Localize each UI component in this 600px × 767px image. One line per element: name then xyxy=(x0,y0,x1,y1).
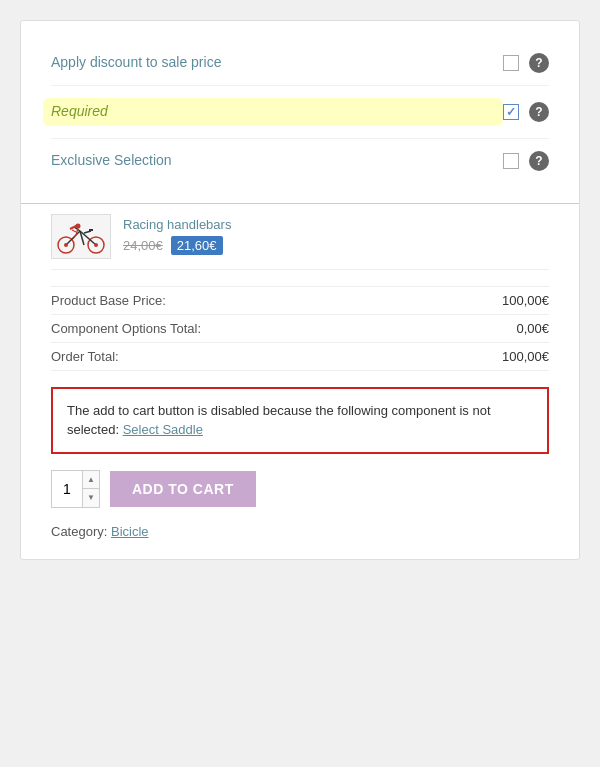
base-price-value: 100,00€ xyxy=(469,293,549,308)
warning-box: The add to cart button is disabled becau… xyxy=(51,387,549,454)
price-table: Product Base Price: 100,00€ Component Op… xyxy=(51,286,549,371)
components-value: 0,00€ xyxy=(469,321,549,336)
admin-row-required: Required ? xyxy=(51,86,549,139)
price-row-total: Order Total: 100,00€ xyxy=(51,342,549,371)
discount-label: Apply discount to sale price xyxy=(51,53,503,73)
product-section: Racing handlebars 24,00€ 21,60€ Product … xyxy=(21,204,579,559)
page-container: Apply discount to sale price ? Required … xyxy=(20,20,580,560)
quantity-arrows: ▲ ▼ xyxy=(82,471,99,507)
discount-help-icon[interactable]: ? xyxy=(529,53,549,73)
product-image xyxy=(56,217,106,255)
add-to-cart-button[interactable]: ADD TO CART xyxy=(110,471,256,507)
admin-row-discount: Apply discount to sale price ? xyxy=(51,41,549,86)
admin-section: Apply discount to sale price ? Required … xyxy=(21,21,579,204)
admin-row-exclusive: Exclusive Selection ? xyxy=(51,139,549,183)
category-link[interactable]: Bicicle xyxy=(111,524,149,539)
svg-point-10 xyxy=(64,243,68,247)
required-help-icon[interactable]: ? xyxy=(529,102,549,122)
exclusive-label: Exclusive Selection xyxy=(51,151,503,171)
product-prices: 24,00€ 21,60€ xyxy=(123,236,549,255)
svg-point-11 xyxy=(94,243,98,247)
required-controls: ? xyxy=(503,102,549,122)
total-label: Order Total: xyxy=(51,349,119,364)
quantity-field[interactable] xyxy=(52,481,82,497)
category-row: Category: Bicicle xyxy=(51,524,549,539)
total-value: 100,00€ xyxy=(469,349,549,364)
components-label: Component Options Total: xyxy=(51,321,201,336)
price-row-components: Component Options Total: 0,00€ xyxy=(51,314,549,342)
product-thumbnail xyxy=(51,214,111,259)
price-original: 24,00€ xyxy=(123,238,163,253)
price-row-base: Product Base Price: 100,00€ xyxy=(51,286,549,314)
qty-down-arrow[interactable]: ▼ xyxy=(83,489,99,507)
category-label: Category: xyxy=(51,524,111,539)
product-item: Racing handlebars 24,00€ 21,60€ xyxy=(51,204,549,270)
discount-checkbox[interactable] xyxy=(503,55,519,71)
svg-line-8 xyxy=(84,231,91,233)
product-name: Racing handlebars xyxy=(123,217,549,232)
base-price-label: Product Base Price: xyxy=(51,293,166,308)
quantity-input[interactable]: ▲ ▼ xyxy=(51,470,100,508)
svg-line-6 xyxy=(70,227,74,229)
discount-controls: ? xyxy=(503,53,549,73)
add-to-cart-section: ▲ ▼ ADD TO CART xyxy=(51,470,549,508)
price-sale: 21,60€ xyxy=(171,236,223,255)
exclusive-help-icon[interactable]: ? xyxy=(529,151,549,171)
exclusive-checkbox[interactable] xyxy=(503,153,519,169)
qty-up-arrow[interactable]: ▲ xyxy=(83,471,99,489)
exclusive-controls: ? xyxy=(503,151,549,171)
required-label: Required xyxy=(43,98,503,126)
product-info: Racing handlebars 24,00€ 21,60€ xyxy=(123,217,549,255)
svg-point-12 xyxy=(76,224,81,229)
svg-line-15 xyxy=(72,230,76,232)
required-checkbox[interactable] xyxy=(503,104,519,120)
select-saddle-link[interactable]: Select Saddle xyxy=(123,422,203,437)
